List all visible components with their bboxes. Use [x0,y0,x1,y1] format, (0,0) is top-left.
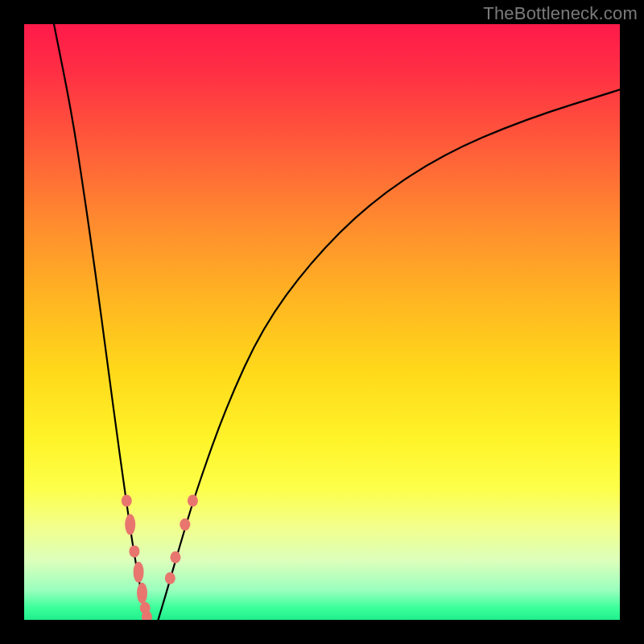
data-marker [125,514,135,535]
data-marker [188,495,198,507]
curve-layer [24,24,620,620]
data-marker [180,518,190,530]
plot-area [24,24,620,620]
data-marker [137,583,147,604]
data-marker [165,572,175,584]
data-marker [170,551,180,564]
data-marker [122,495,132,507]
marker-group [122,495,198,621]
right-curve [159,89,621,620]
chart-frame: TheBottleneck.com [0,0,644,644]
data-marker [134,562,144,583]
data-marker [129,545,139,557]
watermark-text: TheBottleneck.com [483,3,638,24]
